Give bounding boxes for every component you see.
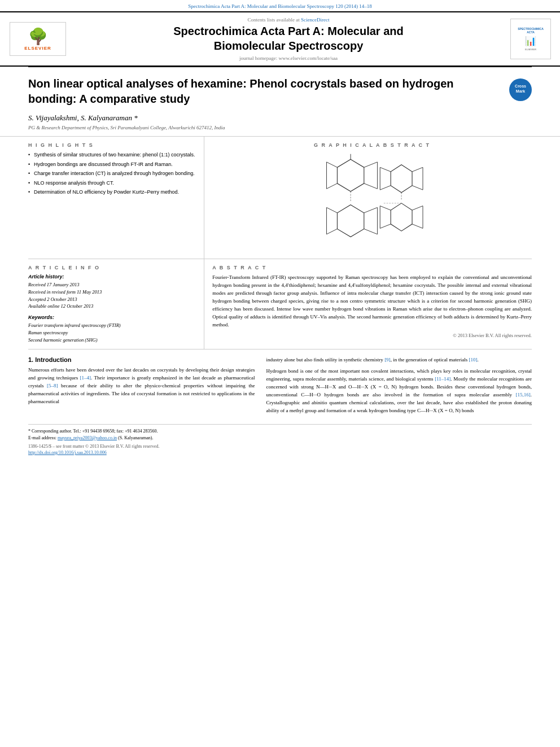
- svg-line-4: [364, 162, 378, 167]
- article-title-section: Non linear optical analyses of hexamine:…: [0, 67, 560, 137]
- svg-line-8: [327, 162, 338, 167]
- introduction-heading: 1. Introduction: [28, 356, 255, 363]
- footer: * Corresponding author. Tel.: +91 94438 …: [28, 424, 532, 455]
- elsevier-label: ELSEVIER: [24, 46, 51, 51]
- affiliation: PG & Research Department of Physics, Sri…: [28, 125, 504, 130]
- authors: S. Vijayalakshmi, S. Kalyanaraman *: [28, 113, 504, 123]
- highlight-item: Determination of NLO efficiency by Powde…: [28, 189, 196, 196]
- article-info-column: A R T I C L E I N F O Article history: R…: [28, 259, 204, 349]
- graphical-abstract-column: G R A P H I C A L A B S T R A C T: [204, 137, 532, 259]
- doi-link[interactable]: http://dx.doi.org/10.1016/j.saa.2013.10.…: [28, 450, 107, 455]
- svg-line-28: [412, 206, 423, 211]
- keyword-3: Second harmonic generation (SHG): [28, 337, 196, 344]
- contents-text: Contents lists available at: [248, 17, 301, 23]
- svg-line-31: [380, 206, 391, 211]
- keywords-heading: Keywords:: [28, 314, 196, 320]
- elsevier-logo-area: 🌳 ELSEVIER: [7, 22, 69, 56]
- keyword-2: Raman spectroscopy: [28, 329, 196, 337]
- svg-line-9: [327, 184, 338, 189]
- svg-line-21: [412, 186, 423, 190]
- science-direct-link[interactable]: ScienceDirect: [301, 17, 329, 23]
- highlight-item: Hydrogen bondings are discussed through …: [28, 161, 196, 168]
- article-title: Non linear optical analyses of hexamine:…: [28, 76, 504, 107]
- article-info-heading: A R T I C L E I N F O: [28, 265, 196, 270]
- journal-name: Spectrochimica Acta Part A: Molecular an…: [75, 24, 502, 53]
- intro-paragraph-2: industry alone but also finds utility in…: [266, 356, 532, 415]
- crystal-diagram: [301, 151, 443, 253]
- available-online-date: Available online 12 October 2013: [28, 303, 196, 310]
- svg-marker-12: [338, 205, 364, 237]
- article-history-heading: Article history:: [28, 274, 196, 279]
- ref-9: [9]: [384, 357, 391, 362]
- issn-text: 1386-1425/$ – see front matter © 2013 El…: [28, 444, 160, 449]
- highlights-graphical-section: H I G H L I G H T S Synthesis of similar…: [28, 137, 532, 259]
- header-area: 🌳 ELSEVIER Contents lists available at S…: [0, 11, 560, 67]
- left-column: 1. Introduction Numerous efforts have be…: [28, 356, 255, 418]
- doi-line: http://dx.doi.org/10.1016/j.saa.2013.10.…: [28, 449, 532, 455]
- right-column: industry alone but also finds utility in…: [266, 356, 532, 418]
- email-name: (S. Kalyanaraman).: [118, 435, 153, 440]
- journal-top-bar: Spectrochimica Acta Part A: Molecular an…: [0, 0, 560, 11]
- svg-marker-27: [391, 203, 412, 231]
- svg-line-5: [364, 184, 378, 189]
- highlights-column: H I G H L I G H T S Synthesis of similar…: [28, 137, 204, 259]
- ref-1-4: [1–4]: [80, 375, 91, 381]
- ref-11-14: [11–14]: [435, 376, 450, 382]
- email-label: E-mail address:: [28, 435, 58, 440]
- elsevier-tree-icon: 🌳: [28, 27, 48, 46]
- svg-line-16: [327, 207, 338, 212]
- abstract-column: A B S T R A C T Fourier-Transform Infrar…: [204, 259, 532, 349]
- footnote-star: * Corresponding author. Tel.: +91 94438 …: [28, 428, 532, 442]
- svg-line-23: [380, 167, 391, 172]
- ref-10: [10]: [469, 357, 478, 362]
- received-date: Received 17 January 2013: [28, 281, 196, 289]
- highlight-item: Synthesis of similar structures of two h…: [28, 151, 196, 159]
- svg-line-24: [380, 186, 391, 190]
- ref-15-16: [15,16]: [516, 392, 531, 397]
- svg-text:Mark: Mark: [516, 89, 525, 93]
- journal-homepage: journal homepage: www.elsevier.com/locat…: [75, 55, 502, 61]
- svg-line-17: [327, 229, 338, 234]
- svg-line-13: [364, 207, 378, 212]
- journal-header-center: Contents lists available at ScienceDirec…: [75, 17, 502, 61]
- graphical-abstract-heading: G R A P H I C A L A B S T R A C T: [314, 142, 430, 148]
- corresponding-author-note: * Corresponding author. Tel.: +91 94438 …: [28, 428, 532, 435]
- svg-line-29: [412, 224, 423, 229]
- highlights-list: Synthesis of similar structures of two h…: [28, 151, 196, 196]
- svg-line-20: [412, 167, 423, 172]
- article-info-abstract-section: A R T I C L E I N F O Article history: R…: [28, 259, 532, 350]
- received-revised-date: Received in revised form 11 May 2013: [28, 289, 196, 296]
- crystal-svg: [301, 151, 443, 253]
- highlight-item: Charge transfer interaction (CT) is anal…: [28, 170, 196, 177]
- copyright-line: © 2013 Elsevier B.V. All rights reserved…: [212, 333, 532, 338]
- svg-line-32: [380, 224, 391, 229]
- email-note: E-mail address: mayura_priya2003@yahoo.c…: [28, 435, 532, 442]
- keyword-1: Fourier transform infrared spectroscopy …: [28, 322, 196, 329]
- abstract-text: Fourier-Transform Infrared (FT-IR) spect…: [212, 274, 532, 329]
- highlights-heading: H I G H L I G H T S: [28, 142, 196, 148]
- highlight-item: NLO response analysis through CT.: [28, 180, 196, 187]
- abstract-heading: A B S T R A C T: [212, 265, 532, 270]
- svg-line-14: [364, 229, 378, 234]
- svg-marker-19: [391, 165, 412, 193]
- svg-text:Cross: Cross: [515, 84, 526, 88]
- crossmark-area: Cross Mark: [509, 78, 532, 101]
- journal-citation-text: Spectrochimica Acta Part A: Molecular an…: [188, 3, 371, 9]
- footer-bottom: 1386-1425/$ – see front matter © 2013 El…: [28, 444, 532, 449]
- journal-logo-area: SPECTROCHIMICAACTA 📊 ELSEVIER: [508, 19, 553, 59]
- email-link[interactable]: mayura_priya2003@yahoo.co.in: [58, 435, 117, 440]
- elsevier-logo-box: 🌳 ELSEVIER: [10, 22, 66, 56]
- science-direct-line: Contents lists available at ScienceDirec…: [75, 17, 502, 23]
- spectrochimica-logo: SPECTROCHIMICAACTA 📊 ELSEVIER: [510, 19, 551, 59]
- main-content-area: 1. Introduction Numerous efforts have be…: [28, 350, 532, 418]
- crossmark-icon: Cross Mark: [509, 78, 532, 101]
- ref-5-8: [5–8]: [47, 383, 58, 388]
- accepted-date: Accepted 2 October 2013: [28, 296, 196, 303]
- svg-marker-3: [338, 159, 364, 191]
- intro-paragraph-1: Numerous efforts have been devoted over …: [28, 366, 255, 406]
